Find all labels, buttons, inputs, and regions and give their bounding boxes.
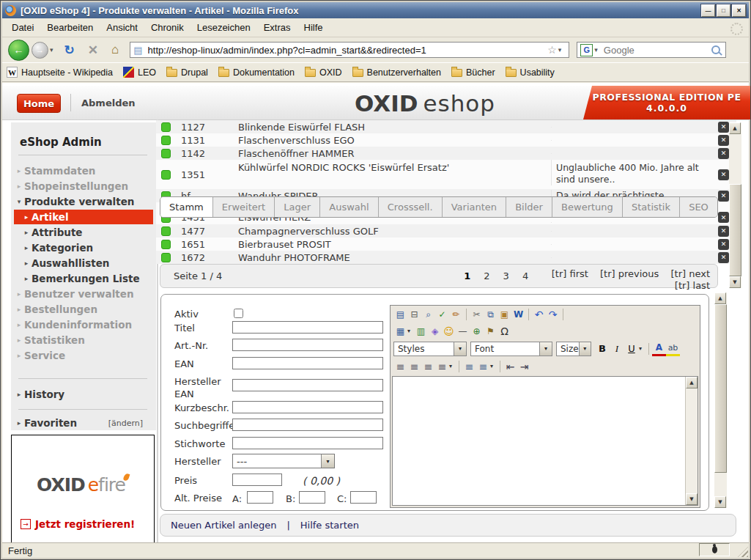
- sidebar-item-kategorien[interactable]: ▸Kategorien: [14, 240, 153, 255]
- reload-button[interactable]: ↻: [64, 43, 75, 58]
- sidebar-item-auswahllisten[interactable]: ▸Auswahllisten: [14, 256, 153, 270]
- new-article-link[interactable]: Neuen Artikel anlegen: [171, 520, 276, 531]
- indent-icon[interactable]: ⇥: [517, 360, 531, 373]
- tab-lager[interactable]: Lager: [275, 197, 320, 217]
- delete-row-icon[interactable]: ✕: [718, 169, 729, 180]
- bold-icon[interactable]: B: [595, 343, 610, 354]
- outdent-icon[interactable]: ⇤: [503, 360, 517, 373]
- sidebar-item-shopeinstellungen[interactable]: ▸Shopeinstellungen: [14, 179, 153, 194]
- table-row[interactable]: 1651Bierbrauset PROSIT✕: [156, 237, 736, 251]
- menu-ansicht[interactable]: Ansicht: [100, 20, 144, 35]
- logout-link[interactable]: Abmelden: [81, 97, 136, 108]
- minimize-button[interactable]: —: [701, 4, 715, 17]
- suchbegriffe-field[interactable]: [232, 419, 383, 431]
- table-row[interactable]: 1477Champagnerverschluss GOLF✕: [156, 224, 736, 237]
- active-status-icon[interactable]: [161, 170, 171, 180]
- bookmark-folder-usability[interactable]: Usability: [506, 67, 555, 78]
- text-color-icon[interactable]: A: [652, 341, 666, 356]
- active-status-icon[interactable]: [161, 136, 171, 145]
- artnr-field[interactable]: [232, 339, 383, 351]
- delete-row-icon[interactable]: ✕: [718, 191, 729, 202]
- highlight-icon[interactable]: ab: [666, 341, 680, 356]
- tab-bilder[interactable]: Bilder: [506, 197, 552, 217]
- history-dropdown-icon[interactable]: ▾: [50, 46, 53, 54]
- editor-scrollbar[interactable]: ▲ ▼: [685, 377, 698, 505]
- bookmark-folder-benutzerverhalten[interactable]: Benutzerverhalten: [352, 67, 441, 78]
- first-page-link[interactable]: [tr] first: [552, 268, 588, 279]
- alt-b-field[interactable]: [299, 491, 325, 504]
- page-number-1[interactable]: 1: [464, 270, 470, 281]
- size-select[interactable]: Size▾: [556, 342, 591, 356]
- sidebar-item-attribute[interactable]: ▸Attribute: [14, 225, 153, 240]
- sidebar-item-kundeninformation[interactable]: ▸Kundeninformation: [14, 317, 153, 332]
- scrollbar-track[interactable]: [714, 473, 727, 496]
- bookmark-folder-dokumentation[interactable]: Dokumentation: [218, 67, 295, 78]
- scroll-down-icon[interactable]: ▼: [714, 496, 726, 508]
- table-icon[interactable]: ▦: [393, 325, 407, 338]
- scroll-up-icon[interactable]: ▲: [714, 292, 726, 304]
- menu-chronik[interactable]: Chronik: [144, 20, 190, 35]
- delete-row-icon[interactable]: ✕: [718, 135, 729, 146]
- delete-row-icon[interactable]: ✕: [718, 148, 729, 159]
- delete-row-icon[interactable]: ✕: [718, 252, 729, 263]
- scroll-up-icon[interactable]: ▲: [729, 122, 741, 134]
- anchor-icon[interactable]: ⚑: [484, 325, 497, 338]
- url-dropdown-icon[interactable]: ▾: [558, 46, 562, 54]
- sidebar-item-service[interactable]: ▸Service: [14, 348, 153, 363]
- detail-scrollbar[interactable]: ▲ ▼: [714, 292, 727, 508]
- active-status-icon[interactable]: [161, 226, 171, 236]
- url-input[interactable]: [147, 44, 548, 56]
- list-dropdown-icon[interactable]: ▾: [490, 363, 497, 369]
- sidebar-item-bemerkungen-liste[interactable]: ▸Bemerkungen Liste: [14, 271, 153, 286]
- start-help-link[interactable]: Hilfe starten: [300, 520, 359, 531]
- efire-banner[interactable]: OXIDefire →Jetzt registrieren!: [11, 435, 155, 543]
- search-icon[interactable]: [711, 45, 720, 54]
- table-row[interactable]: 1127Blinkende Eiswürfel FLASH✕: [156, 120, 736, 133]
- select-caret-icon[interactable]: ▾: [454, 342, 466, 355]
- align-right-icon[interactable]: ≡: [421, 360, 435, 373]
- page-number-3[interactable]: 3: [503, 270, 509, 281]
- table-row[interactable]: 1351Kühlwürfel NORDIC ROCKS 'Eiswürfel E…: [156, 160, 736, 189]
- alt-a-field[interactable]: [247, 491, 273, 504]
- scrollbar-thumb[interactable]: [714, 304, 727, 473]
- more-format-dropdown-icon[interactable]: ▾: [639, 345, 645, 352]
- report-bug-segment[interactable]: [699, 543, 730, 556]
- delete-row-icon[interactable]: ✕: [718, 212, 729, 223]
- maximize-button[interactable]: □: [717, 4, 730, 17]
- tab-crosssell[interactable]: Crosssell.: [379, 197, 443, 217]
- editor-text-area[interactable]: [393, 377, 685, 505]
- table-row[interactable]: 1142Flaschenöffner HAMMER✕: [156, 147, 736, 160]
- bookmark-leo[interactable]: LEO: [123, 67, 156, 78]
- menu-datei[interactable]: Datei: [5, 20, 40, 35]
- scroll-down-icon[interactable]: ▼: [686, 493, 698, 505]
- tab-bewertung[interactable]: Bewertung: [552, 197, 623, 217]
- page-number-2[interactable]: 2: [484, 270, 489, 281]
- sidebar-item-favoriten[interactable]: ▸Favoriten[ändern]: [14, 416, 153, 430]
- list-scrollbar[interactable]: ▲ ▼: [729, 122, 741, 288]
- active-status-icon[interactable]: [161, 253, 171, 262]
- titel-field[interactable]: [232, 321, 383, 334]
- active-status-icon[interactable]: [161, 149, 171, 158]
- italic-icon[interactable]: I: [610, 343, 624, 355]
- preview-icon[interactable]: ▤: [393, 308, 407, 321]
- paste-icon[interactable]: ▣: [497, 308, 511, 321]
- home-nav-button[interactable]: Home: [17, 94, 61, 113]
- scroll-down-icon[interactable]: ▼: [729, 276, 741, 288]
- stop-button[interactable]: ✕: [88, 43, 98, 58]
- special-char-icon[interactable]: Ω: [497, 325, 511, 338]
- sidebar-item-history[interactable]: ▸History: [14, 387, 153, 402]
- tab-erweitert[interactable]: Erweitert: [213, 197, 275, 217]
- select-caret-icon[interactable]: ▾: [579, 342, 591, 355]
- favorites-edit-link[interactable]: [ändern]: [108, 419, 143, 428]
- horizontal-rule-icon[interactable]: —: [456, 325, 470, 338]
- aktiv-checkbox[interactable]: [234, 309, 243, 318]
- delete-row-icon[interactable]: ✕: [718, 226, 729, 237]
- table-row[interactable]: 1131Flaschenverschluss EGO✕: [156, 133, 736, 147]
- kurzbeschr-field[interactable]: [232, 401, 383, 413]
- tab-stamm[interactable]: Stamm: [160, 197, 213, 217]
- undo-icon[interactable]: ↶: [532, 308, 546, 321]
- redo-icon[interactable]: ↷: [546, 308, 560, 321]
- font-select[interactable]: Font▾: [470, 342, 552, 356]
- active-status-icon[interactable]: [161, 240, 171, 249]
- styles-select[interactable]: Styles▾: [393, 342, 467, 356]
